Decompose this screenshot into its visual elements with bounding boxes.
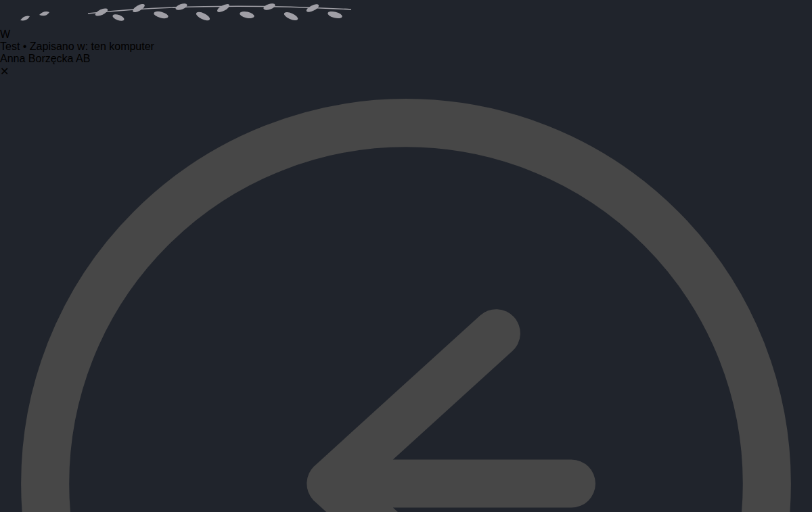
background-art-left (0, 0, 95, 512)
titlebar: W Test • Zapisano w: ten komputer Anna B… (0, 0, 812, 78)
word-window: W Test • Zapisano w: ten komputer Anna B… (0, 0, 812, 512)
word-app-icon: W (0, 28, 812, 41)
back-arrow-icon[interactable] (0, 78, 812, 512)
backstage-sidebar: Strona główna Nowy Otwórz Informacje (0, 78, 812, 512)
screen: W Test • Zapisano w: ten komputer Anna B… (0, 0, 812, 512)
document-title: Test • Zapisano w: ten komputer (0, 41, 812, 53)
